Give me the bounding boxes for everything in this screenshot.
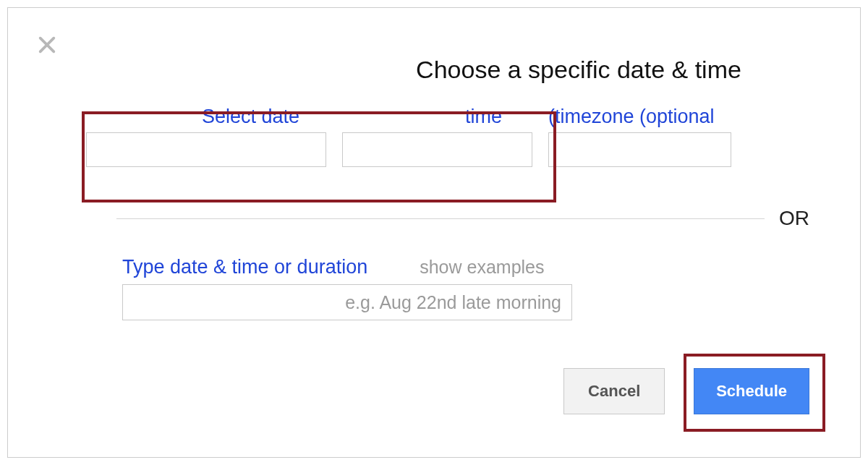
date-field-group: Select date bbox=[86, 106, 326, 167]
timezone-label: (timezone (optional bbox=[548, 106, 731, 128]
time-field-group: time bbox=[342, 106, 532, 167]
or-text: OR bbox=[779, 207, 809, 230]
divider-line bbox=[116, 218, 765, 219]
time-input[interactable] bbox=[342, 132, 532, 167]
schedule-dialog: Choose a specific date & time Select dat… bbox=[7, 7, 861, 458]
timezone-field-group: (timezone (optional bbox=[548, 106, 731, 167]
date-time-fields: Select date time (timezone (optional bbox=[86, 106, 809, 167]
dialog-buttons: Cancel Schedule bbox=[44, 368, 809, 414]
close-icon[interactable] bbox=[37, 34, 57, 59]
type-header: Type date & time or duration show exampl… bbox=[122, 256, 809, 278]
schedule-button[interactable]: Schedule bbox=[694, 368, 809, 414]
cancel-button[interactable]: Cancel bbox=[563, 368, 665, 414]
show-examples-link[interactable]: show examples bbox=[420, 257, 544, 278]
type-label: Type date & time or duration bbox=[122, 256, 367, 278]
dialog-title: Choose a specific date & time bbox=[44, 56, 809, 84]
natural-language-input[interactable] bbox=[122, 284, 572, 320]
date-input[interactable] bbox=[86, 132, 326, 167]
date-label: Select date bbox=[86, 106, 326, 128]
natural-language-section: Type date & time or duration show exampl… bbox=[122, 256, 809, 320]
timezone-input[interactable] bbox=[548, 132, 731, 167]
or-divider: OR bbox=[116, 207, 809, 230]
time-label: time bbox=[342, 106, 532, 128]
